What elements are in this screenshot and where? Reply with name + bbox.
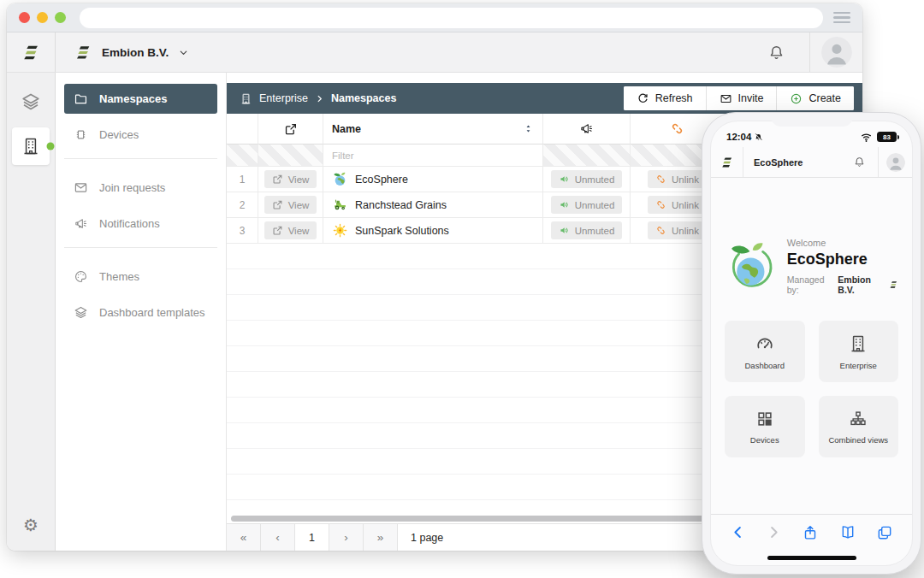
sidebar-item-notifications[interactable]: Notifications: [64, 209, 217, 239]
sidebar-item-namespaces[interactable]: Namespaces: [64, 84, 217, 114]
tile-enterprise[interactable]: Enterprise: [819, 321, 899, 382]
chevron-right-icon: [315, 94, 324, 103]
phone-screen: 12:04 83 EcoSphere: [710, 121, 913, 566]
envelope-icon: [74, 180, 88, 195]
phone-menu-logo-button[interactable]: [711, 147, 743, 177]
user-menu[interactable]: [809, 32, 862, 72]
close-window-button[interactable]: [19, 12, 30, 23]
browser-address-bar[interactable]: [80, 8, 823, 28]
maximize-window-button[interactable]: [55, 12, 66, 23]
sidebar-item-label: Themes: [99, 270, 139, 283]
external-link-icon: [272, 225, 283, 236]
sidebar-divider: [64, 158, 217, 159]
rail-item-enterprise[interactable]: [12, 127, 50, 165]
prev-page-button[interactable]: ‹: [261, 524, 295, 551]
sidebar-item-dashboard-templates[interactable]: Dashboard templates: [64, 298, 217, 327]
header-name-column[interactable]: Name: [323, 114, 543, 144]
unlink-button[interactable]: Unlink: [648, 196, 707, 214]
view-button[interactable]: View: [264, 221, 317, 239]
ranchstead-logo-icon: [332, 197, 348, 213]
unlink-icon: [670, 121, 684, 136]
browser-menu-icon[interactable]: [833, 12, 850, 24]
chevron-down-icon: [178, 47, 189, 58]
phone-user-menu[interactable]: [878, 147, 912, 177]
phone-bell-button[interactable]: [853, 156, 866, 168]
breadcrumb-parent[interactable]: Enterprise: [259, 92, 308, 104]
namespace-name: SunSpark Solutions: [355, 225, 449, 237]
speaker-icon: [559, 174, 570, 185]
mute-toggle-button[interactable]: Unmuted: [551, 221, 623, 239]
last-page-button[interactable]: »: [364, 524, 398, 551]
building-icon: [240, 92, 252, 105]
unlink-button[interactable]: Unlink: [648, 221, 707, 239]
app-logo-cell: [7, 32, 56, 72]
sidebar-item-join-requests[interactable]: Join requests: [64, 173, 217, 203]
welcome-section: Welcome EcoSphere Managed by: Embion B.V…: [725, 238, 898, 295]
invite-button[interactable]: Invite: [707, 86, 778, 110]
tile-combined-views[interactable]: Combined views: [819, 396, 899, 457]
sidebar-item-themes[interactable]: Themes: [64, 262, 217, 292]
managed-by-label: Managed by:: [787, 274, 835, 295]
external-link-icon: [284, 122, 298, 136]
folder-icon: [74, 91, 88, 106]
tile-dashboard[interactable]: Dashboard: [725, 321, 805, 382]
header-index-column: [227, 114, 258, 144]
phone-main: Welcome EcoSphere Managed by: Embion B.V…: [711, 178, 912, 514]
refresh-button[interactable]: Refresh: [624, 86, 707, 110]
sidebar-item-devices[interactable]: Devices: [64, 120, 217, 150]
share-button[interactable]: [802, 524, 819, 541]
namespace-name-cell: SunSpark Solutions: [323, 218, 543, 244]
sidebar-item-label: Notifications: [99, 217, 160, 230]
settings-gear-button[interactable]: ⚙: [23, 516, 38, 534]
rail-item-dashboards[interactable]: [21, 91, 41, 112]
bell-icon: [853, 156, 866, 168]
first-page-button[interactable]: «: [227, 524, 261, 551]
org-switcher[interactable]: Embion B.V.: [56, 32, 189, 72]
next-page-button[interactable]: ›: [329, 524, 364, 551]
avatar[interactable]: [821, 37, 852, 68]
avatar: [886, 153, 905, 172]
building-icon: [848, 333, 868, 354]
sort-icon[interactable]: [523, 123, 534, 134]
sidebar-item-label: Namespaces: [99, 92, 168, 105]
phone-tiles: Dashboard Enterprise Devices Combined vi…: [725, 321, 898, 457]
tabs-button[interactable]: [876, 524, 893, 541]
sunspark-logo-icon: [332, 222, 348, 239]
forward-button[interactable]: [766, 524, 782, 540]
breadcrumb: Enterprise Namespaces Refresh Invite: [227, 83, 862, 114]
refresh-label: Refresh: [655, 92, 693, 104]
sidebar-item-label: Dashboard templates: [99, 306, 205, 319]
sitemap-icon: [849, 410, 868, 428]
notifications-bell-button[interactable]: [767, 44, 785, 62]
view-button[interactable]: View: [264, 170, 317, 188]
embion-logo-icon: [74, 44, 92, 62]
unlink-button[interactable]: Unlink: [648, 170, 707, 188]
ecosphere-logo-icon: [332, 171, 348, 187]
back-button[interactable]: [730, 524, 746, 540]
bookmarks-button[interactable]: [839, 524, 856, 541]
plus-circle-icon: [790, 92, 803, 105]
megaphone-icon: [74, 216, 88, 231]
minimize-window-button[interactable]: [37, 12, 48, 23]
create-label: Create: [808, 92, 841, 104]
create-button[interactable]: Create: [777, 86, 854, 110]
app-header: Embion B.V.: [7, 32, 862, 73]
mute-toggle-button[interactable]: Unmuted: [551, 170, 623, 188]
mute-toggle-button[interactable]: Unmuted: [551, 196, 623, 214]
phone-app-title: EcoSphere: [754, 157, 803, 168]
name-header-label: Name: [332, 123, 361, 135]
embion-logo-icon: [720, 156, 734, 169]
row-index: 2: [227, 192, 258, 218]
row-index: 1: [227, 167, 258, 192]
name-filter-input[interactable]: [327, 150, 539, 161]
layers-icon: [21, 91, 41, 112]
ecosphere-logo-icon: [725, 239, 777, 295]
tile-devices[interactable]: Devices: [725, 396, 805, 457]
org-name: Embion B.V.: [102, 46, 169, 59]
external-link-icon: [272, 174, 283, 185]
home-indicator[interactable]: [767, 556, 856, 560]
embion-logo-icon: [21, 43, 41, 62]
phone-app-header: EcoSphere: [711, 147, 912, 178]
building-icon: [21, 136, 41, 156]
view-button[interactable]: View: [264, 196, 317, 214]
